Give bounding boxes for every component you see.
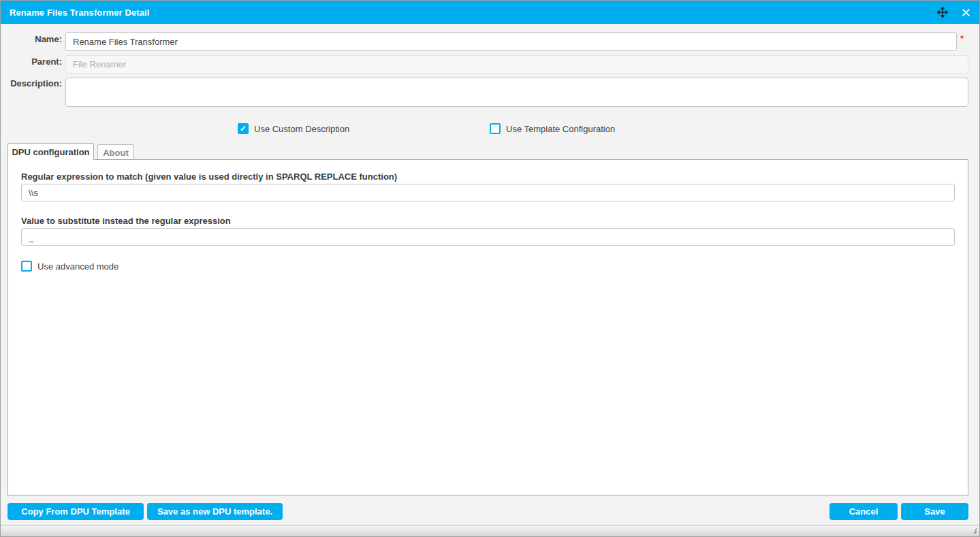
checkbox-unchecked-icon: [21, 261, 32, 272]
description-label: Description:: [2, 78, 62, 88]
use-template-configuration-checkbox[interactable]: Use Template Configuration: [490, 123, 615, 134]
regex-input[interactable]: [21, 184, 955, 201]
description-input[interactable]: [65, 78, 968, 107]
resize-grip-icon[interactable]: [969, 526, 977, 534]
dialog-title: Rename Files Transformer Detail: [1, 7, 149, 18]
tab-dpu-configuration-label: DPU configuration: [12, 147, 89, 157]
use-template-configuration-label: Use Template Configuration: [506, 124, 615, 134]
dialog-window: Rename Files Transformer Detail: [0, 0, 980, 537]
tab-about[interactable]: About: [97, 144, 134, 160]
parent-label: Parent:: [2, 56, 62, 67]
close-icon[interactable]: [959, 5, 973, 19]
status-bar: [1, 525, 979, 536]
name-input[interactable]: [65, 32, 957, 51]
checkbox-unchecked-icon: [490, 123, 501, 134]
save-as-new-dpu-template-button[interactable]: Save as new DPU template.: [147, 503, 283, 520]
copy-from-dpu-template-button[interactable]: Copy From DPU Template: [7, 503, 144, 520]
substitute-value-label: Value to substitute instead the regular …: [21, 216, 231, 226]
use-custom-description-label: Use Custom Description: [254, 124, 349, 134]
move-icon[interactable]: [936, 5, 949, 19]
name-required-marker: *: [960, 33, 964, 44]
save-button[interactable]: Save: [901, 503, 968, 520]
dpu-configuration-panel: [7, 159, 968, 495]
name-label: Name:: [2, 34, 62, 44]
use-advanced-mode-checkbox[interactable]: Use advanced mode: [21, 261, 118, 272]
dialog-titlebar[interactable]: Rename Files Transformer Detail: [1, 1, 979, 24]
use-advanced-mode-label: Use advanced mode: [37, 261, 118, 272]
regex-label: Regular expression to match (given value…: [21, 172, 397, 182]
checkbox-checked-icon: ✓: [238, 123, 249, 134]
use-custom-description-checkbox[interactable]: ✓ Use Custom Description: [238, 123, 349, 134]
cancel-button[interactable]: Cancel: [829, 503, 898, 520]
parent-field: File Renamer: [65, 55, 968, 74]
tab-about-label: About: [103, 148, 129, 158]
substitute-value-input[interactable]: [21, 228, 955, 246]
tab-dpu-configuration[interactable]: DPU configuration: [7, 143, 94, 160]
